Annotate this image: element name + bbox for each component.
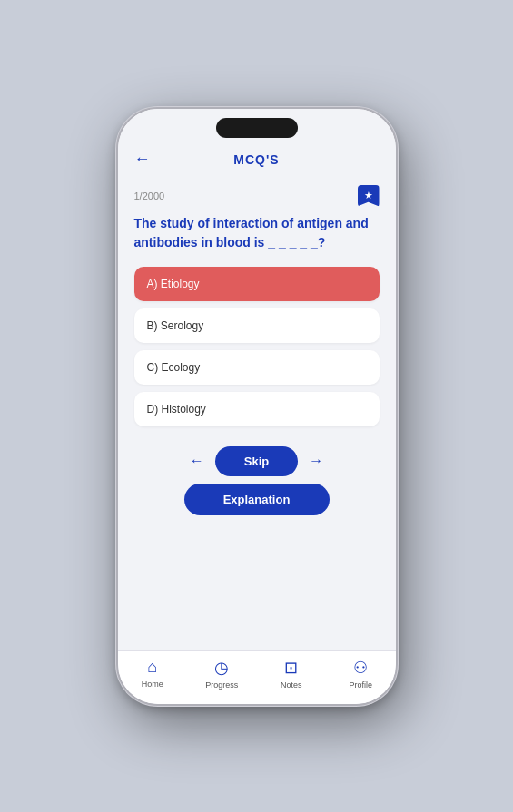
option-b-label: B) Serology [147, 319, 204, 332]
phone-shell: ← MCQ'S 1/2000 ★ The study of interactio… [116, 107, 398, 706]
progress-label: Progress [205, 680, 238, 690]
content-area: 1/2000 ★ The study of interaction of ant… [118, 176, 396, 650]
profile-label: Profile [349, 680, 372, 690]
skip-button[interactable]: Skip [215, 446, 298, 476]
home-icon: ⌂ [147, 658, 157, 677]
notch [216, 118, 298, 138]
bookmark-icon[interactable]: ★ [358, 185, 380, 207]
option-c-label: C) Ecology [147, 361, 201, 374]
home-label: Home [142, 680, 163, 689]
question-text: The study of interaction of antigen and … [134, 214, 380, 252]
nav-profile[interactable]: ⚇ Profile [336, 658, 386, 690]
option-a[interactable]: A) Etiology [134, 267, 380, 301]
question-counter: 1/2000 ★ [134, 185, 380, 207]
nav-progress[interactable]: ◷ Progress [197, 658, 247, 690]
option-b[interactable]: B) Serology [134, 308, 380, 343]
page-title: MCQ'S [233, 152, 279, 167]
bottom-nav: ⌂ Home ◷ Progress ⊡ Notes ⚇ Profile [118, 650, 396, 704]
nav-home[interactable]: ⌂ Home [127, 658, 177, 689]
progress-icon: ◷ [214, 658, 229, 678]
nav-notes[interactable]: ⊡ Notes [266, 658, 316, 690]
navigation-row: ← Skip → [134, 446, 380, 476]
profile-icon: ⚇ [353, 658, 368, 678]
power-button [396, 254, 398, 299]
screen: ← MCQ'S 1/2000 ★ The study of interactio… [118, 109, 396, 704]
back-button[interactable]: ← [134, 150, 151, 169]
volume-button [116, 236, 118, 263]
prev-button[interactable]: ← [190, 453, 204, 469]
option-d[interactable]: D) Histology [134, 392, 380, 426]
option-a-label: A) Etiology [147, 278, 200, 290]
option-c[interactable]: C) Ecology [134, 350, 380, 385]
next-button[interactable]: → [309, 453, 323, 469]
notes-icon: ⊡ [284, 658, 298, 678]
notes-label: Notes [281, 680, 302, 690]
explanation-button[interactable]: Explanation [184, 484, 330, 515]
counter-text: 1/2000 [134, 191, 165, 201]
option-d-label: D) Histology [147, 403, 206, 416]
